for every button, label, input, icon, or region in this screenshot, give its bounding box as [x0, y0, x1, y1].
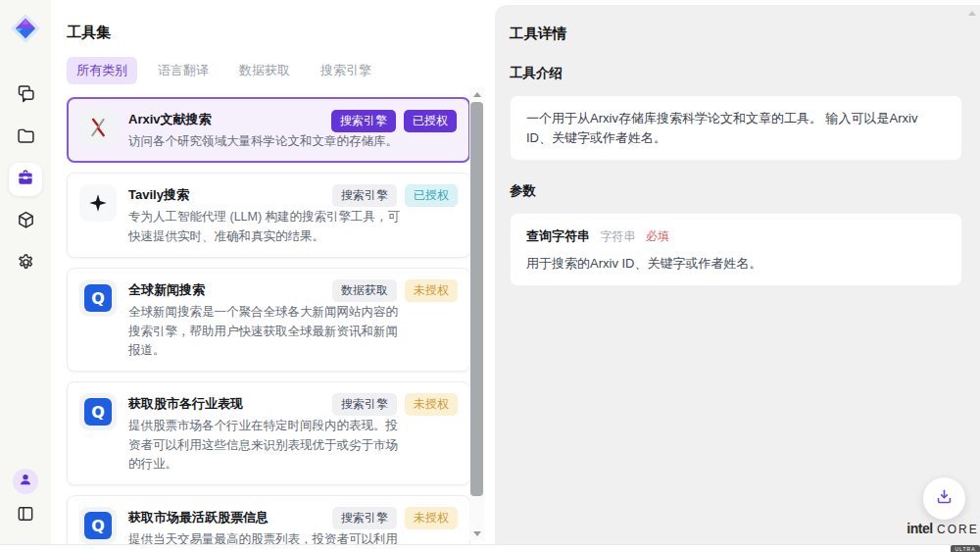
details-title: 工具详情 — [510, 25, 962, 43]
tab-all-categories[interactable]: 所有类别 — [67, 57, 137, 84]
category-badge: 搜索引擎 — [332, 393, 397, 416]
folder-icon — [16, 125, 36, 150]
tool-list: Arxiv文献搜索 访问各个研究领域大量科学论文和文章的存储库。 搜索引擎 已授… — [67, 97, 470, 544]
category-badge: 搜索引擎 — [332, 507, 397, 529]
settings-icon — [16, 252, 36, 276]
param-header: 查询字符串 字符串 必填 — [526, 226, 946, 245]
juhe-data-icon: Q — [79, 507, 117, 544]
param-type: 字符串 — [600, 229, 635, 243]
tool-description: 提供当天交易量最高的股票列表，投资者可以利用这些信息来识别流动性强的股票和潜在的… — [128, 530, 406, 544]
param-name: 查询字符串 — [526, 228, 590, 243]
tab-search-engine[interactable]: 搜索引擎 — [311, 57, 381, 84]
cube-icon — [16, 210, 36, 234]
download-button[interactable] — [923, 477, 965, 520]
tool-card-tavily[interactable]: Tavily搜索 专为人工智能代理 (LLM) 构建的搜索引擎工具，可快速提供实… — [67, 173, 470, 258]
sidebar-item-settings[interactable] — [9, 247, 42, 280]
app-logo — [9, 12, 42, 45]
tab-data-fetching[interactable]: 数据获取 — [229, 57, 300, 84]
sidebar-item-models[interactable] — [9, 205, 42, 238]
tool-card-active-stocks[interactable]: Q 获取市场最活跃股票信息 提供当天交易量最高的股票列表，投资者可以利用这些信息… — [67, 495, 470, 544]
page-title: 工具集 — [67, 24, 469, 42]
ultra-badge: ULTRA — [951, 545, 979, 552]
scrollbar-thumb[interactable] — [470, 102, 483, 496]
sidebar-nav — [9, 78, 42, 280]
tool-description: 专为人工智能代理 (LLM) 构建的搜索引擎工具，可快速提供实时、准确和真实的结… — [128, 208, 406, 246]
tool-description: 提供股票市场各个行业在特定时间段内的表现。投资者可以利用这些信息来识别表现优于或… — [128, 417, 406, 474]
tool-list-panel: 工具集 所有类别 语言翻译 数据获取 搜索引擎 — [51, 5, 495, 544]
category-badge: 数据获取 — [332, 279, 397, 302]
user-avatar[interactable] — [13, 469, 38, 494]
intel-core-logo: intel CORE ULTRA — [902, 520, 980, 552]
auth-status-badge: 未授权 — [405, 393, 458, 416]
details-scroll-up-icon[interactable] — [968, 11, 976, 16]
scroll-up-icon — [473, 92, 481, 97]
core-brand-text: CORE — [937, 523, 979, 536]
auth-status-badge: 未授权 — [405, 279, 458, 302]
download-icon — [935, 487, 954, 510]
intro-heading: 工具介绍 — [510, 65, 962, 82]
tool-description: 全球新闻搜索是一个聚合全球各大新闻网站内容的搜索引擎，帮助用户快速获取全球最新资… — [128, 303, 406, 360]
param-card: 查询字符串 字符串 必填 用于搜索的Arxiv ID、关键字或作者姓名。 — [510, 213, 962, 286]
category-badge: 搜索引擎 — [331, 110, 396, 132]
scroll-down-button[interactable] — [469, 527, 484, 540]
scroll-down-icon — [473, 531, 481, 536]
sidebar-item-files[interactable] — [9, 121, 42, 154]
param-required-badge: 必填 — [646, 229, 669, 243]
auth-status-badge: 未授权 — [405, 507, 458, 529]
params-heading: 参数 — [510, 182, 962, 200]
juhe-data-icon: Q — [79, 279, 117, 317]
category-tabs: 所有类别 语言翻译 数据获取 搜索引擎 — [67, 57, 469, 84]
sidebar-item-tools[interactable] — [9, 163, 42, 196]
app-window: 工具集 所有类别 语言翻译 数据获取 搜索引擎 — [0, 0, 980, 545]
toolbox-icon — [16, 168, 35, 191]
list-scrollbar[interactable] — [469, 87, 484, 540]
tab-language-translation[interactable]: 语言翻译 — [148, 57, 219, 84]
tavily-star-icon — [79, 184, 117, 222]
sidebar-bottom — [13, 469, 38, 528]
intro-card: 一个用于从Arxiv存储库搜索科学论文和文章的工具。 输入可以是Arxiv ID… — [510, 95, 962, 161]
tool-description: 访问各个研究领域大量科学论文和文章的存储库。 — [128, 132, 398, 151]
intel-brand-text: intel — [906, 521, 932, 536]
intro-text: 一个用于从Arxiv存储库搜索科学论文和文章的工具。 输入可以是Arxiv ID… — [526, 109, 946, 147]
juhe-data-icon: Q — [79, 393, 117, 430]
tool-card-global-news[interactable]: Q 全球新闻搜索 全球新闻搜索是一个聚合全球各大新闻网站内容的搜索引擎，帮助用户… — [67, 268, 470, 372]
collapse-panel-icon — [16, 504, 35, 527]
auth-status-badge: 已授权 — [405, 184, 458, 207]
main-content: 工具集 所有类别 语言翻译 数据获取 搜索引擎 — [51, 0, 980, 544]
tool-details-panel: 工具详情 工具介绍 一个用于从Arxiv存储库搜索科学论文和文章的工具。 输入可… — [495, 5, 980, 544]
tool-card-sector-performance[interactable]: Q 获取股市各行业表现 提供股票市场各个行业在特定时间段内的表现。投资者可以利用… — [67, 381, 470, 485]
param-description: 用于搜索的Arxiv ID、关键字或作者姓名。 — [526, 255, 946, 273]
sidebar — [0, 0, 51, 544]
sidebar-item-chat[interactable] — [9, 78, 42, 112]
tool-card-arxiv[interactable]: Arxiv文献搜索 访问各个研究领域大量科学论文和文章的存储库。 搜索引擎 已授… — [67, 97, 470, 163]
chat-icon — [16, 83, 36, 108]
scroll-up-button[interactable] — [469, 87, 484, 101]
user-avatar-icon — [18, 472, 33, 491]
category-badge: 搜索引擎 — [332, 184, 397, 207]
auth-status-badge: 已授权 — [404, 110, 457, 132]
collapse-sidebar-button[interactable] — [13, 503, 38, 528]
arxiv-icon — [79, 109, 117, 146]
